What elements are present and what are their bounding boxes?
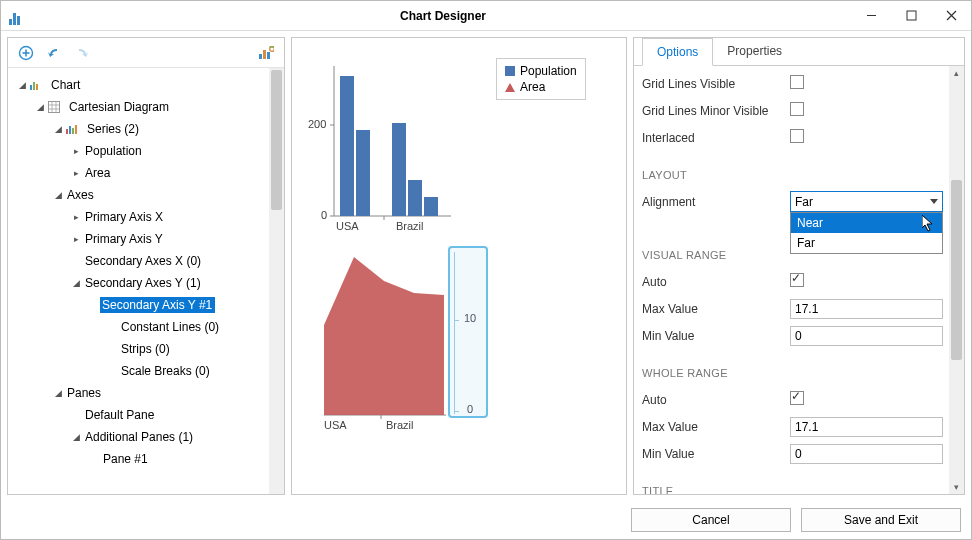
properties-panel: Options Properties Grid Lines Visible Gr… <box>633 37 965 495</box>
svg-rect-23 <box>75 125 77 134</box>
secondary-axis-highlight[interactable]: 10 0 <box>448 246 488 418</box>
chevron-down-icon <box>930 199 938 204</box>
footer: Cancel Save and Exit <box>1 501 971 539</box>
tree-node-area[interactable]: ▸Area <box>8 162 269 184</box>
preview-panel: 200 0 USA Brazil Population Area <box>291 37 627 495</box>
tab-options[interactable]: Options <box>642 38 713 66</box>
add-icon[interactable] <box>18 45 34 61</box>
chart-icon <box>28 78 44 92</box>
legend-label-area: Area <box>520 80 545 94</box>
alignment-option-near[interactable]: Near <box>791 213 942 233</box>
titlebar: Chart Designer <box>1 1 971 31</box>
section-whole-range: WHOLE RANGE <box>642 359 949 386</box>
tree-node-constant-lines[interactable]: Constant Lines (0) <box>8 316 269 338</box>
svg-rect-30 <box>392 123 406 216</box>
structure-tree[interactable]: ◢Chart ◢Cartesian Diagram ◢Series (2) ▸P… <box>8 68 269 494</box>
tree-node-diagram[interactable]: ◢Cartesian Diagram <box>8 96 269 118</box>
legend: Population Area <box>496 58 586 100</box>
alignment-option-far[interactable]: Far <box>791 233 942 253</box>
properties-scrollbar[interactable]: ▴ ▾ <box>949 66 964 494</box>
tree-node-scale-breaks[interactable]: Scale Breaks (0) <box>8 360 269 382</box>
svg-rect-9 <box>267 52 270 59</box>
tree-node-primary-y[interactable]: ▸Primary Axis Y <box>8 228 269 250</box>
tab-properties[interactable]: Properties <box>713 38 796 65</box>
svg-rect-12 <box>30 85 32 90</box>
app-icon <box>9 7 27 25</box>
tree-node-secondary-y1[interactable]: ◢Secondary Axis Y #1 <box>8 294 269 316</box>
svg-rect-22 <box>72 128 74 134</box>
tree-node-axes[interactable]: ◢Axes <box>8 184 269 206</box>
area-x-usa: USA <box>324 419 347 431</box>
tree-node-default-pane[interactable]: Default Pane <box>8 404 269 426</box>
chart-type-icon[interactable] <box>258 45 274 61</box>
tree-node-population[interactable]: ▸Population <box>8 140 269 162</box>
bar-y-tick-0: 0 <box>321 209 327 221</box>
svg-rect-28 <box>340 76 354 216</box>
tree-node-primary-x[interactable]: ▸Primary Axis X <box>8 206 269 228</box>
body: ◢Chart ◢Cartesian Diagram ◢Series (2) ▸P… <box>1 31 971 501</box>
svg-rect-31 <box>408 180 422 216</box>
properties-tabs: Options Properties <box>634 38 964 66</box>
legend-label-population: Population <box>520 64 577 78</box>
scroll-down-icon[interactable]: ▾ <box>949 480 964 494</box>
checkbox-auto-vr[interactable] <box>790 273 804 287</box>
alignment-dropdown-list: Near Far <box>790 212 943 254</box>
bar-x-usa: USA <box>336 220 359 232</box>
legend-marker-area <box>505 83 515 92</box>
scroll-up-icon[interactable]: ▴ <box>949 66 964 80</box>
area-chart: 10 0 USA Brazil <box>306 240 506 435</box>
series-icon <box>64 122 80 136</box>
tree-node-secondary-y-group[interactable]: ◢Secondary Axes Y (1) <box>8 272 269 294</box>
structure-panel: ◢Chart ◢Cartesian Diagram ◢Series (2) ▸P… <box>7 37 285 495</box>
tree-node-chart[interactable]: ◢Chart <box>8 74 269 96</box>
checkbox-gridlines[interactable] <box>790 75 804 89</box>
bar-x-brazil: Brazil <box>396 220 424 232</box>
label-gridlines: Grid Lines Visible <box>642 77 790 91</box>
area-x-brazil: Brazil <box>386 419 414 431</box>
input-max-wr[interactable] <box>790 417 943 437</box>
label-gridlines-minor: Grid Lines Minor Visible <box>642 104 790 118</box>
svg-rect-29 <box>356 130 370 216</box>
label-max-vr: Max Value <box>642 302 790 316</box>
input-min-wr[interactable] <box>790 444 943 464</box>
window-title: Chart Designer <box>35 9 851 23</box>
tree-scrollbar[interactable] <box>269 68 284 494</box>
tree-node-series-group[interactable]: ◢Series (2) <box>8 118 269 140</box>
svg-rect-14 <box>36 84 38 90</box>
svg-rect-1 <box>907 11 916 20</box>
svg-marker-37 <box>922 215 932 231</box>
close-button[interactable] <box>931 1 971 31</box>
tree-node-strips[interactable]: Strips (0) <box>8 338 269 360</box>
maximize-button[interactable] <box>891 1 931 31</box>
tree-node-panes[interactable]: ◢Panes <box>8 382 269 404</box>
chart-designer-window: Chart Designer <box>0 0 972 540</box>
label-min-wr: Min Value <box>642 447 790 461</box>
legend-marker-population <box>505 66 515 76</box>
section-title: TITLE <box>642 477 949 494</box>
cancel-button[interactable]: Cancel <box>631 508 791 532</box>
alignment-dropdown[interactable]: Far Near Far <box>790 191 943 212</box>
svg-rect-20 <box>66 129 68 134</box>
structure-toolbar <box>8 38 284 68</box>
redo-icon[interactable] <box>74 45 90 61</box>
tree-node-pane1[interactable]: Pane #1 <box>8 448 269 470</box>
undo-icon[interactable] <box>46 45 62 61</box>
checkbox-auto-wr[interactable] <box>790 391 804 405</box>
svg-rect-21 <box>69 126 71 134</box>
bar-chart: 200 0 USA Brazil <box>306 56 456 236</box>
input-max-vr[interactable] <box>790 299 943 319</box>
checkbox-interlaced[interactable] <box>790 129 804 143</box>
input-min-vr[interactable] <box>790 326 943 346</box>
checkbox-gridlines-minor[interactable] <box>790 102 804 116</box>
minimize-button[interactable] <box>851 1 891 31</box>
svg-rect-15 <box>49 102 60 113</box>
svg-marker-36 <box>324 257 444 415</box>
cursor-icon <box>922 215 936 233</box>
tree-node-secondary-x[interactable]: Secondary Axes X (0) <box>8 250 269 272</box>
tree-node-additional-panes[interactable]: ◢Additional Panes (1) <box>8 426 269 448</box>
save-and-exit-button[interactable]: Save and Exit <box>801 508 961 532</box>
section-layout: LAYOUT <box>642 161 949 188</box>
svg-rect-32 <box>424 197 438 216</box>
svg-rect-8 <box>263 50 266 59</box>
bar-y-tick-200: 200 <box>308 118 326 130</box>
